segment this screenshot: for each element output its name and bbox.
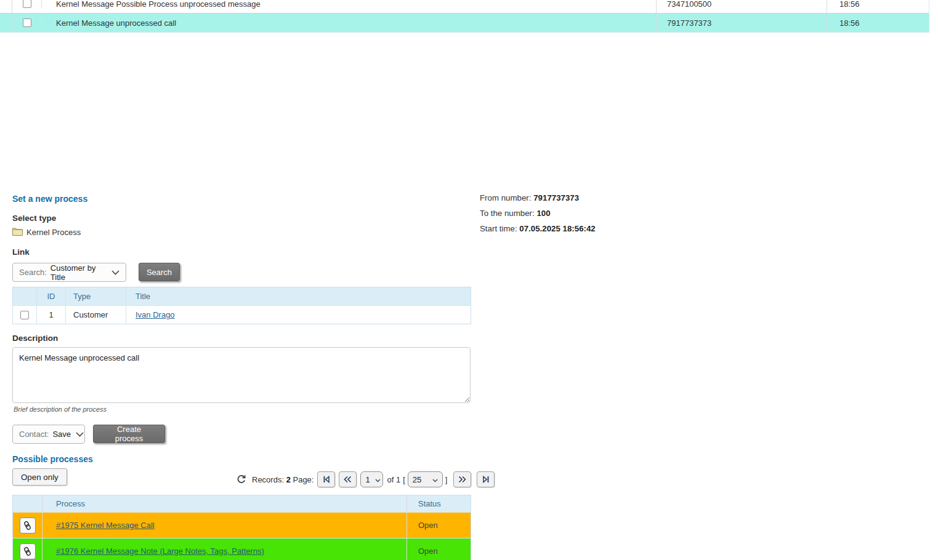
row-checkbox[interactable] xyxy=(23,0,31,8)
contact-select-label: Contact: xyxy=(19,430,49,439)
header-title: Title xyxy=(126,287,471,305)
page-number-select[interactable]: 1 xyxy=(360,471,383,487)
checkbox-cell xyxy=(12,14,41,32)
next-page-button[interactable] xyxy=(453,471,471,487)
message-cell: Kernel Message unprocessed call xyxy=(41,18,656,28)
status-cell: Open xyxy=(406,513,471,538)
last-page-button[interactable] xyxy=(477,471,495,487)
id-cell: 1 xyxy=(36,306,65,324)
pagination-bar: Records: 2 Page: 1 of 1 [ 25 ] xyxy=(236,470,495,489)
row-spacer xyxy=(0,14,12,32)
description-label: Description xyxy=(12,334,58,343)
contact-select-value: Save xyxy=(52,430,71,439)
possible-processes-heading: Possible processes xyxy=(12,454,93,464)
message-cell: Kernel Message Possible Process unproces… xyxy=(41,0,656,9)
time-cell: 18:56 xyxy=(827,0,929,13)
header-process: Process xyxy=(42,495,406,512)
select-type-label: Select type xyxy=(12,214,56,223)
message-row[interactable]: Kernel Message Possible Process unproces… xyxy=(0,0,929,14)
start-time-line: Start time: 07.05.2025 18:56:42 xyxy=(480,224,596,233)
link-table-header: ID Type Title xyxy=(13,287,471,305)
icon-cell xyxy=(13,538,42,560)
process-type-item[interactable]: Kernel Process xyxy=(12,227,81,238)
process-link[interactable]: #1976 Kernel Message Note (Large Notes, … xyxy=(56,546,264,556)
process-link[interactable]: #1975 Kernel Message Call xyxy=(56,521,155,530)
page: Kernel Message Possible Process unproces… xyxy=(0,0,938,560)
status-badge: Open xyxy=(418,546,438,556)
link-results-table: ID Type Title 1 Customer Ivan Drago xyxy=(12,287,471,324)
status-cell: Open xyxy=(406,538,471,560)
open-only-button[interactable]: Open only xyxy=(12,468,67,486)
process-type-name: Kernel Process xyxy=(26,228,81,237)
from-number-label: From number: xyxy=(480,193,533,202)
description-hint: Brief description of the process xyxy=(14,406,107,413)
link-table-row: 1 Customer Ivan Drago xyxy=(13,305,471,324)
header-type: Type xyxy=(65,287,126,305)
messages-table: Kernel Message Possible Process unproces… xyxy=(0,0,929,33)
checkbox-cell xyxy=(12,0,41,13)
title-cell: Ivan Drago xyxy=(126,306,471,324)
link-section-label: Link xyxy=(12,247,30,257)
search-button[interactable]: Search xyxy=(139,263,180,281)
from-number-line: From number: 7917737373 xyxy=(480,193,596,202)
type-cell: Customer xyxy=(65,306,126,324)
chevron-down-icon xyxy=(76,430,84,439)
process-cell: #1975 Kernel Message Call xyxy=(42,513,406,538)
first-page-button[interactable] xyxy=(317,471,335,487)
of-pages-text: of 1 xyxy=(387,475,400,484)
process-row: #1976 Kernel Message Note (Large Notes, … xyxy=(13,538,471,560)
start-time-value: 07.05.2025 18:56:42 xyxy=(519,224,595,233)
number-cell: 7347100500 xyxy=(656,0,827,13)
search-select-label: Search: xyxy=(19,268,47,277)
header-checkbox-cell xyxy=(13,287,36,305)
records-text: Records: 2 Page: xyxy=(252,475,313,484)
to-number-label: To the number: xyxy=(480,209,536,218)
open-bracket: [ xyxy=(403,475,405,484)
header-status: Status xyxy=(406,495,471,512)
records-label: Records: xyxy=(252,475,286,484)
attach-link-button[interactable] xyxy=(20,543,36,559)
search-type-select[interactable]: Search: Customer by Title xyxy=(12,263,126,282)
contact-row: Contact: Save Create process xyxy=(12,425,165,444)
number-cell: 7917737373 xyxy=(656,14,827,32)
header-id: ID xyxy=(36,287,65,305)
contact-select[interactable]: Contact: Save xyxy=(12,425,85,444)
start-time-label: Start time: xyxy=(480,224,519,233)
processes-table-header: Process Status xyxy=(13,495,471,512)
prev-page-button[interactable] xyxy=(339,471,357,487)
process-cell: #1976 Kernel Message Note (Large Notes, … xyxy=(42,538,406,560)
set-new-process-heading: Set a new process xyxy=(12,194,87,204)
page-number-value: 1 xyxy=(365,475,370,484)
processes-table: Process Status #1975 Kernel Message Call… xyxy=(12,495,471,560)
link-search-row: Search: Customer by Title Search xyxy=(12,263,180,282)
refresh-icon[interactable] xyxy=(236,474,247,485)
chevron-down-icon xyxy=(375,475,381,484)
description-textarea[interactable] xyxy=(12,347,471,403)
chevron-down-icon xyxy=(432,475,438,484)
call-info-panel: From number: 7917737373 To the number: 1… xyxy=(480,193,596,239)
row-spacer xyxy=(0,0,12,13)
row-checkbox[interactable] xyxy=(23,18,31,27)
checkbox-cell xyxy=(13,306,36,324)
customer-link[interactable]: Ivan Drago xyxy=(135,310,175,319)
close-bracket: ] xyxy=(445,475,448,484)
chevron-down-icon xyxy=(111,268,119,277)
header-icon-cell xyxy=(13,495,42,512)
records-count: 2 xyxy=(286,475,291,484)
search-select-value: Customer by Title xyxy=(51,263,107,282)
row-checkbox[interactable] xyxy=(20,311,29,319)
process-row: #1975 Kernel Message Call Open xyxy=(13,512,471,538)
create-process-button[interactable]: Create process xyxy=(93,425,165,443)
folder-icon xyxy=(12,227,23,238)
to-number-line: To the number: 100 xyxy=(480,209,596,218)
page-size-select[interactable]: 25 xyxy=(408,471,443,487)
attach-link-button[interactable] xyxy=(20,518,36,534)
page-size-value: 25 xyxy=(413,475,421,484)
from-number-value: 7917737373 xyxy=(533,193,579,202)
time-cell: 18:56 xyxy=(827,14,929,32)
status-badge: Open xyxy=(418,521,438,530)
icon-cell xyxy=(13,513,42,538)
page-label: Page: xyxy=(291,475,314,484)
message-row-selected[interactable]: Kernel Message unprocessed call 79177373… xyxy=(0,14,929,33)
to-number-value: 100 xyxy=(536,209,550,218)
